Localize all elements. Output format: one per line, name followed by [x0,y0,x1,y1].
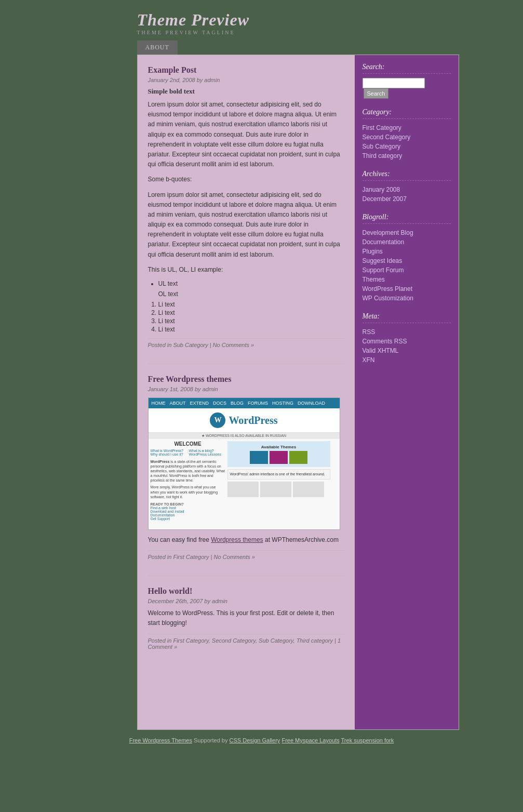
post-title-link-example[interactable]: Example Post [148,65,197,74]
post-content-example: Lorem ipsum dolor sit amet, consectetur … [148,100,344,333]
post-content-wp: You can easy find free Wordpress themes … [148,535,344,545]
sidebar-cat-4[interactable]: Third category [363,151,451,161]
post-list-intro: This is UL, OL, LI example: [148,265,344,275]
sidebar-blogroll-5[interactable]: Support Forum [363,265,451,275]
wp-screenshot: HOME ABOUT EXTEND DOCS BLOG FORUMS HOSTI… [148,397,340,530]
sidebar-archives-title: Archives: [363,170,451,181]
post-ol-label: OL text [158,290,344,298]
sidebar-meta-title: Meta: [363,312,451,323]
list-item: Li text [158,317,344,325]
sidebar-meta-1[interactable]: RSS [363,327,451,337]
post-divider-2 [148,576,344,576]
footer-link-4[interactable]: Trek suspension fork [341,737,394,743]
post-meta-hello: December 26th, 2007 by admin [148,598,344,604]
footer-link-1[interactable]: Free Wordpress Themes [129,737,192,743]
post-footer-wp: Posted in First Category | No Comments » [148,550,344,560]
sidebar-blogroll-1[interactable]: Development Blog [363,228,451,237]
sidebar-blogroll-8[interactable]: WP Customization [363,294,451,303]
sidebar-cat-2[interactable]: Second Category [363,132,451,142]
nav-about[interactable]: About [137,41,178,55]
sidebar-blogroll-4[interactable]: Suggest Ideas [363,256,451,265]
wp-themes-link[interactable]: Wordpress themes [211,536,263,543]
sidebar-meta-section: Meta: RSS Comments RSS Valid XHTML XFN [363,312,451,365]
sidebar-search-section: Search: Search [363,63,451,99]
sidebar-meta-4[interactable]: XFN [363,355,451,365]
post-para-2: Lorem ipsum dolor sit amet, consectetur … [148,190,344,260]
post-example: Example Post January 2nd, 2008 by admin … [148,65,344,348]
post-divider [148,364,344,364]
post-bold-example: Simple bold text [148,87,344,96]
footer-link-2[interactable]: CSS Design Gallery [230,737,280,743]
sidebar-category-title: Category: [363,108,451,119]
sidebar-cat-3[interactable]: Sub Category [363,142,451,151]
post-title-example: Example Post [148,65,344,75]
post-footer-example: Posted in Sub Category | No Comments » [148,338,344,348]
post-title-link-wp[interactable]: Free Wordpress themes [148,375,232,383]
list-item: Li text [158,326,344,333]
post-text-wp: You can easy find free Wordpress themes … [148,535,344,545]
sidebar-search-title: Search: [363,63,451,74]
search-button[interactable]: Search [364,88,389,99]
sidebar-archive-1[interactable]: January 2008 [363,185,451,194]
post-footer-hello: Posted in First Category, Second Categor… [148,634,344,650]
post-title-link-hello[interactable]: Hello world! [148,587,193,595]
sidebar-archive-2[interactable]: December 2007 [363,194,451,204]
sidebar-meta-2[interactable]: Comments RSS [363,337,451,346]
list-item: OL text [158,290,344,298]
post-para-1: Lorem ipsum dolor sit amet, consectetur … [148,100,344,169]
list-item: Li text [158,301,344,308]
sidebar-blogroll-3[interactable]: Plugins [363,247,451,256]
post-ul: UL text [158,280,344,287]
sidebar-meta-3[interactable]: Valid XHTML [363,346,451,355]
post-meta-example: January 2nd, 2008 by admin [148,77,344,83]
sidebar-blogroll-section: Blogroll: Development Blog Documentation… [363,213,451,303]
site-title: Theme Preview [137,10,459,30]
post-meta-wp: January 1st, 2008 by admin [148,386,344,392]
footer-supported-by: Supported by [194,737,230,743]
list-item: Li text [158,309,344,316]
post-title-hello: Hello world! [148,587,344,596]
post-bquote: Some b-quotes: [148,175,344,184]
post-hello: Hello world! December 26th, 2007 by admi… [148,587,344,649]
post-text-hello: Welcome to WordPress. This is your first… [148,608,344,628]
post-content-hello: Welcome to WordPress. This is your first… [148,608,344,628]
footer-link-3[interactable]: Free Myspace Layouts [281,737,339,743]
sidebar-blogroll-7[interactable]: WordPress Planet [363,284,451,294]
site-tagline: THEME PREVIEW TAGLINE [137,30,459,35]
sidebar-blogroll-6[interactable]: Themes [363,275,451,284]
sidebar-blogroll-2[interactable]: Documentation [363,237,451,247]
sidebar-blogroll-title: Blogroll: [363,213,451,224]
post-ol: Li text Li text Li text Li text [158,301,344,333]
sidebar-category-section: Category: First Category Second Category… [363,108,451,161]
sidebar-cat-1[interactable]: First Category [363,123,451,132]
post-wp-themes: Free Wordpress themes January 1st, 2008 … [148,375,344,560]
post-title-wp: Free Wordpress themes [148,375,344,384]
list-item: UL text [158,280,344,287]
sidebar-archives-section: Archives: January 2008 December 2007 [363,170,451,204]
search-input[interactable] [363,78,425,88]
